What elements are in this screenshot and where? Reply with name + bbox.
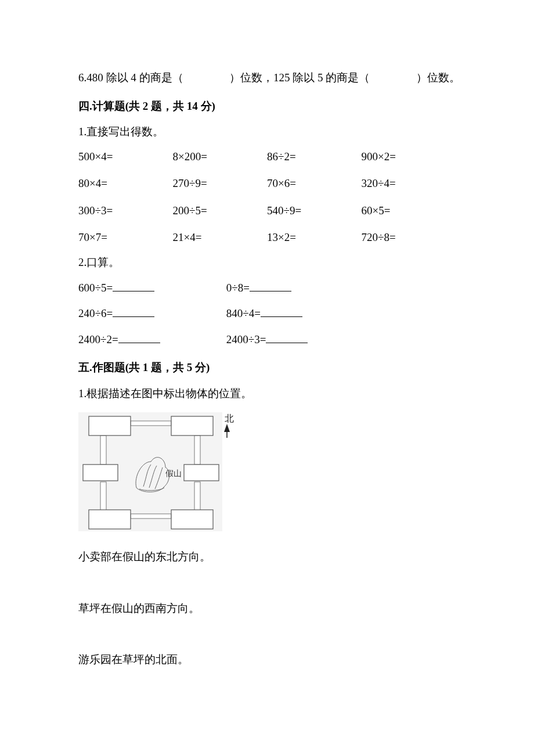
answer-blank[interactable] <box>113 304 154 317</box>
calc-cell: 60×5= <box>362 203 456 219</box>
oral-calc-expr: 2400÷3= <box>226 333 266 345</box>
answer-blank[interactable] <box>113 279 154 291</box>
map-desc-2: 草坪在假山的西南方向。 <box>78 600 456 617</box>
calc-cell: 320÷4= <box>362 175 456 192</box>
calc-cell: 8×200= <box>173 149 268 165</box>
oral-calc-expr: 240÷6= <box>78 307 113 319</box>
fig-center-label: 假山 <box>165 469 182 478</box>
map-svg: 假山 北 <box>78 412 234 531</box>
oral-calc-row: 2400÷2= 2400÷3= <box>78 330 456 348</box>
svg-rect-5 <box>194 435 200 465</box>
section-5-q1: 1.根据描述在图中标出物体的位置。 <box>78 386 456 402</box>
calc-cell: 13×2= <box>267 229 362 246</box>
oral-calc-expr: 0÷8= <box>226 282 250 294</box>
north-label: 北 <box>225 413 234 423</box>
svg-rect-10 <box>184 465 219 481</box>
answer-blank[interactable] <box>118 330 160 343</box>
oral-calc-expr: 2400÷2= <box>78 333 118 345</box>
oral-calc-expr: 840÷4= <box>226 307 261 319</box>
north-arrow-icon <box>224 424 230 438</box>
answer-blank[interactable] <box>266 330 308 343</box>
section-4-heading: 四.计算题(共 2 题，共 14 分) <box>78 98 456 115</box>
calc-cell: 500×4= <box>78 149 173 165</box>
calc-cell: 86÷2= <box>267 149 362 165</box>
calc-cell: 200÷5= <box>173 203 268 219</box>
calc-cell: 70×6= <box>267 175 362 192</box>
question-6: 6.480 除以 4 的商是（ ）位数，125 除以 5 的商是（ ）位数。 <box>78 70 456 87</box>
calc-cell: 270÷9= <box>173 175 268 192</box>
svg-rect-1 <box>131 421 171 426</box>
oral-calc-row: 240÷6= 840÷4= <box>78 304 456 322</box>
section-4-q1: 1.直接写出得数。 <box>78 124 456 141</box>
svg-rect-8 <box>171 416 213 435</box>
svg-rect-12 <box>171 510 213 529</box>
q6-prefix: 6.480 除以 4 的商是（ <box>78 71 183 84</box>
svg-rect-7 <box>89 416 131 435</box>
calc-cell: 70×7= <box>78 229 173 246</box>
calc-cell: 900×2= <box>362 149 456 165</box>
calc-cell: 720÷8= <box>362 229 456 246</box>
answer-blank[interactable] <box>261 304 302 317</box>
svg-marker-13 <box>224 424 230 432</box>
calc-cell: 21×4= <box>173 229 268 246</box>
map-desc-1: 小卖部在假山的东北方向。 <box>78 549 456 566</box>
svg-rect-3 <box>100 435 106 465</box>
section-5-heading: 五.作图题(共 1 题，共 5 分) <box>78 359 456 376</box>
map-desc-3: 游乐园在草坪的北面。 <box>78 651 456 668</box>
calc-cell: 300÷3= <box>78 203 173 219</box>
calc-cell: 80×4= <box>78 175 173 192</box>
svg-rect-2 <box>131 514 171 519</box>
mental-calc-grid: 500×4= 8×200= 86÷2= 900×2= 80×4= 270÷9= … <box>78 149 456 246</box>
svg-rect-11 <box>89 510 131 529</box>
q6-suffix: ）位数。 <box>416 71 460 84</box>
oral-calc-expr: 600÷5= <box>78 282 113 294</box>
svg-rect-9 <box>83 465 118 481</box>
q6-mid: ）位数，125 除以 5 的商是（ <box>229 71 370 84</box>
calc-cell: 540÷9= <box>267 203 362 219</box>
answer-blank[interactable] <box>250 279 291 291</box>
section-4-q2: 2.口算。 <box>78 254 456 271</box>
svg-rect-6 <box>194 482 200 511</box>
svg-rect-4 <box>100 482 106 511</box>
map-figure: 假山 北 <box>78 412 456 531</box>
oral-calc-row: 600÷5= 0÷8= <box>78 279 456 296</box>
worksheet-page: 6.480 除以 4 的商是（ ）位数，125 除以 5 的商是（ ）位数。 四… <box>0 0 534 756</box>
